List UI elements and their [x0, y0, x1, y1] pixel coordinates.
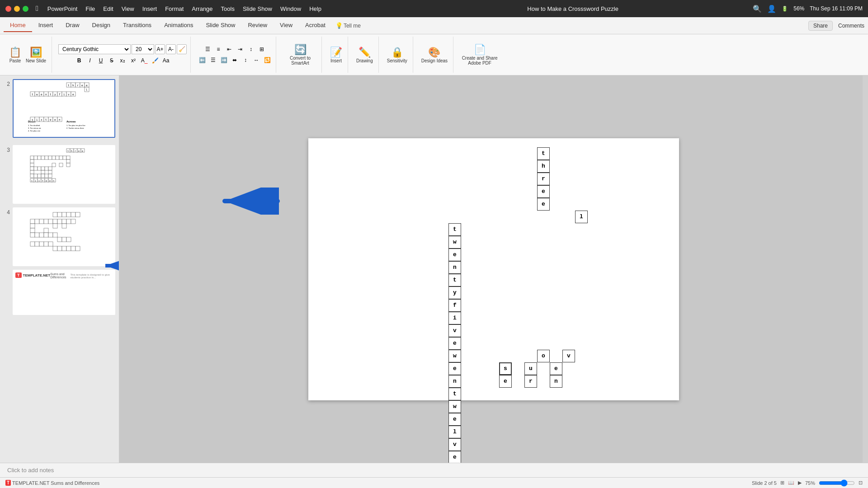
view-reading-icon[interactable]: 📖	[788, 480, 794, 486]
underline-button[interactable]: U	[96, 56, 106, 65]
slide-canvas[interactable]: t h r e e	[308, 138, 679, 400]
menu-edit[interactable]: Edit	[103, 5, 113, 12]
grid-row-7: t w e l v e	[436, 388, 588, 463]
smartart-button[interactable]: 🔁	[262, 56, 272, 65]
account-icon[interactable]: 👤	[767, 5, 776, 13]
bold-button[interactable]: B	[74, 56, 84, 65]
menu-tools[interactable]: Tools	[221, 5, 235, 12]
svg-rect-146	[53, 246, 57, 251]
svg-rect-76	[30, 160, 34, 163]
svg-text:r: r	[75, 150, 76, 152]
pdf-icon: 📄	[474, 44, 486, 56]
design-ideas-button[interactable]: 🎨 Design Ideas	[420, 46, 449, 64]
menu-view[interactable]: View	[122, 5, 134, 12]
text-direction-button[interactable]: ↕	[241, 56, 250, 65]
tab-insert[interactable]: Insert	[32, 19, 60, 32]
tell-me-icon[interactable]: 💡	[335, 22, 343, 29]
numbered-list-button[interactable]: ≡	[213, 45, 223, 54]
slide-2-container: 2 t h r e e	[4, 79, 115, 138]
tab-transitions[interactable]: Transitions	[117, 19, 158, 32]
drawing-button[interactable]: ✏️ Drawing	[354, 46, 375, 64]
comments-button[interactable]: Comments	[838, 23, 864, 29]
cell-r3-c3: e	[448, 249, 461, 261]
columns-button[interactable]: ⊞	[257, 45, 267, 54]
search-icon[interactable]: 🔍	[753, 5, 762, 13]
font-size-selector[interactable]: 20	[132, 44, 154, 54]
align-left-button[interactable]: ⬅️	[197, 56, 207, 65]
maximize-button[interactable]	[23, 6, 28, 12]
menu-powerpoint[interactable]: PowerPoint	[47, 5, 77, 12]
menu-format[interactable]: Format	[165, 5, 184, 12]
create-pdf-button[interactable]: 📄 Create and Share Adobe PDF	[460, 43, 500, 66]
svg-rect-92	[34, 174, 38, 178]
paste-label: Paste	[9, 58, 21, 63]
cell-r3-c10: e	[448, 337, 461, 350]
decrease-font-button[interactable]: A-	[166, 44, 176, 54]
tab-animations[interactable]: Animations	[158, 19, 199, 32]
share-button[interactable]: Share	[808, 21, 833, 31]
menu-arrange[interactable]: Arrange	[192, 5, 212, 12]
menu-file[interactable]: File	[85, 5, 95, 12]
view-normal-icon[interactable]: ⊞	[780, 480, 784, 486]
increase-indent-button[interactable]: ⇥	[235, 45, 245, 54]
align-center-button[interactable]: ☰	[208, 56, 218, 65]
status-bar: T TEMPLATE.NET Sums and Differences Slid…	[0, 477, 868, 488]
menu-help[interactable]: Help	[309, 5, 321, 12]
zoom-slider[interactable]	[819, 479, 855, 487]
font-color-button[interactable]: A_	[139, 56, 149, 65]
close-button[interactable]	[5, 6, 11, 12]
line-spacing-button[interactable]: ↕	[246, 45, 256, 54]
case-button[interactable]: Aa	[161, 56, 171, 65]
svg-rect-85	[41, 167, 45, 170]
sensitivity-button[interactable]: 🔒 Sensitivity	[385, 46, 409, 64]
tab-acrobat[interactable]: Acrobat	[299, 19, 332, 32]
toolbar-area: 📋 Paste 🖼️ New Slide Century Gothic 20 A…	[0, 34, 868, 75]
highlight-button[interactable]: 🖌️	[150, 56, 160, 65]
font-family-selector[interactable]: Century Gothic	[58, 44, 131, 54]
cell-r7-c4: l	[448, 426, 461, 438]
traffic-lights	[5, 6, 28, 12]
menu-window[interactable]: Window	[280, 5, 301, 12]
new-slide-button[interactable]: 🖼️ New Slide	[24, 46, 48, 64]
increase-font-button[interactable]: A+	[155, 44, 165, 54]
slide-4-number: 4	[4, 209, 10, 216]
decrease-indent-button[interactable]: ⇤	[224, 45, 234, 54]
align-right-button[interactable]: ➡️	[219, 56, 229, 65]
zoom-fit-icon[interactable]: ⊡	[859, 480, 863, 486]
vertical-scrollbar[interactable]	[863, 75, 868, 463]
slide-4-thumbnail[interactable]	[13, 207, 115, 266]
svg-rect-111	[53, 212, 57, 217]
italic-button[interactable]: I	[85, 56, 95, 65]
tab-view[interactable]: View	[274, 19, 299, 32]
view-slideshow-icon[interactable]: ▶	[798, 480, 802, 486]
notes-bar[interactable]: Click to add notes	[0, 463, 868, 477]
insert-button[interactable]: 📝 Insert	[328, 46, 344, 64]
svg-text:i: i	[35, 179, 36, 182]
menu-insert[interactable]: Insert	[142, 5, 157, 12]
minimize-button[interactable]	[14, 6, 20, 12]
tab-design[interactable]: Design	[86, 19, 117, 32]
cell-r6-c7: r	[524, 375, 537, 388]
tell-me-input[interactable]: Tell me	[344, 23, 361, 29]
slide-2-thumbnail[interactable]: t h r e e l t	[13, 79, 115, 138]
svg-rect-120	[44, 219, 48, 224]
convert-smartart-button[interactable]: 🔄 Convert to SmartArt	[283, 43, 318, 66]
strikethrough-button[interactable]: S̶	[107, 56, 117, 65]
clear-format-button[interactable]: 🧹	[177, 44, 187, 54]
svg-text:v: v	[68, 93, 70, 96]
new-slide-icon: 🖼️	[30, 47, 42, 58]
subscript-button[interactable]: x₂	[118, 56, 127, 65]
superscript-button[interactable]: x²	[128, 56, 138, 65]
slide-3-thumbnail[interactable]: t h r e e	[13, 145, 115, 204]
tab-slideshow[interactable]: Slide Show	[199, 19, 241, 32]
tab-review[interactable]: Review	[241, 19, 274, 32]
align-text-button[interactable]: ↔	[251, 56, 261, 65]
bullet-list-button[interactable]: ☰	[203, 45, 212, 54]
tab-home[interactable]: Home	[4, 19, 32, 32]
justify-button[interactable]: ⬌	[230, 56, 240, 65]
tab-draw[interactable]: Draw	[59, 19, 85, 32]
menu-slideshow[interactable]: Slide Show	[243, 5, 272, 12]
svg-rect-143	[39, 242, 44, 246]
paste-button[interactable]: 📋 Paste	[7, 46, 23, 64]
slide-5-thumbnail[interactable]: T TEMPLATE.NET Sums and Differences This…	[13, 270, 115, 315]
